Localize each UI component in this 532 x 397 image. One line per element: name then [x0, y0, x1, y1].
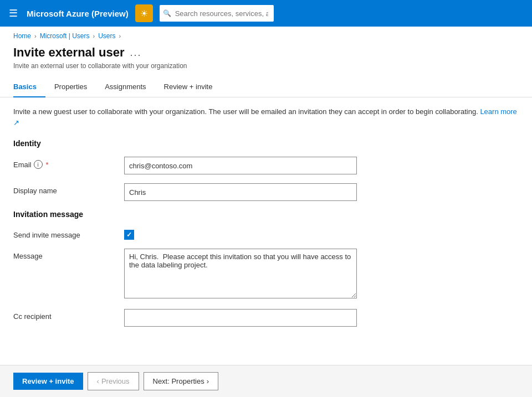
review-invite-button[interactable]: Review + invite	[13, 373, 83, 390]
cc-recipient-label: Cc recipient	[13, 309, 124, 321]
search-input[interactable]	[160, 5, 274, 22]
next-button[interactable]: Next: Properties ›	[144, 372, 219, 390]
content-area: Home › Microsoft | Users › Users › Invit…	[0, 27, 532, 397]
message-label: Message	[13, 249, 124, 260]
form-area: Invite a new guest user to collaborate w…	[0, 97, 532, 365]
display-name-field[interactable]	[124, 183, 357, 201]
tab-review-invite[interactable]: Review + invite	[164, 77, 222, 97]
invitation-section: Invitation message	[13, 210, 519, 219]
tabs: Basics Properties Assignments Review + i…	[0, 76, 532, 97]
email-row: Email i *	[13, 157, 519, 174]
email-label: Email i *	[13, 157, 124, 169]
previous-button[interactable]: ‹ Previous	[88, 372, 139, 390]
email-required-marker: *	[46, 161, 49, 169]
tab-basics[interactable]: Basics	[13, 77, 45, 97]
hamburger-menu-icon[interactable]: ☰	[7, 5, 20, 22]
breadcrumb-home[interactable]: Home	[13, 32, 31, 40]
send-invite-checkbox-wrapper	[124, 228, 357, 240]
form-info-text: Invite a new guest user to collaborate w…	[13, 106, 519, 128]
next-label: Next: Properties	[153, 377, 204, 385]
identity-section-title: Identity	[13, 139, 519, 148]
cc-recipient-field-wrapper	[124, 309, 357, 327]
breadcrumb: Home › Microsoft | Users › Users ›	[0, 27, 532, 43]
message-field[interactable]: Hi, Chris. Please accept this invitation…	[124, 249, 357, 298]
prev-chevron-icon: ‹	[97, 377, 99, 385]
bottom-bar: Review + invite ‹ Previous Next: Propert…	[0, 365, 532, 397]
tab-assignments[interactable]: Assignments	[105, 77, 155, 97]
previous-label: Previous	[101, 377, 130, 385]
tab-properties[interactable]: Properties	[54, 77, 96, 97]
breadcrumb-sep-1: ›	[34, 33, 37, 39]
top-nav: ☰ Microsoft Azure (Preview) ☀	[0, 0, 532, 27]
invitation-section-title: Invitation message	[13, 210, 519, 219]
email-field[interactable]	[124, 157, 357, 174]
send-invite-label: Send invite message	[13, 228, 124, 239]
email-info-icon[interactable]: i	[34, 160, 43, 169]
breadcrumb-sep-2: ›	[93, 33, 95, 39]
display-name-row: Display name	[13, 183, 519, 201]
page-more-options[interactable]: ...	[130, 47, 142, 59]
send-invite-checkbox[interactable]	[124, 230, 134, 240]
breadcrumb-sep-3: ›	[119, 33, 121, 39]
display-name-field-wrapper	[124, 183, 357, 201]
page-header: Invite external user ... Invite an exter…	[0, 43, 532, 76]
display-name-label: Display name	[13, 183, 124, 195]
page-subtitle: Invite an external user to collaborate w…	[13, 62, 519, 70]
breadcrumb-microsoft-users[interactable]: Microsoft | Users	[40, 32, 90, 40]
breadcrumb-users[interactable]: Users	[98, 32, 115, 40]
message-field-wrapper: Hi, Chris. Please accept this invitation…	[124, 249, 357, 300]
notification-icon[interactable]: ☀	[135, 4, 153, 22]
app-title: Microsoft Azure (Preview)	[27, 9, 129, 18]
send-invite-row: Send invite message	[13, 228, 519, 240]
email-field-wrapper	[124, 157, 357, 174]
search-wrapper	[160, 5, 448, 22]
message-row: Message Hi, Chris. Please accept this in…	[13, 249, 519, 300]
cc-recipient-field[interactable]	[124, 309, 357, 327]
next-chevron-icon: ›	[207, 377, 209, 385]
cc-recipient-row: Cc recipient	[13, 309, 519, 327]
page-title: Invite external user	[13, 45, 125, 60]
